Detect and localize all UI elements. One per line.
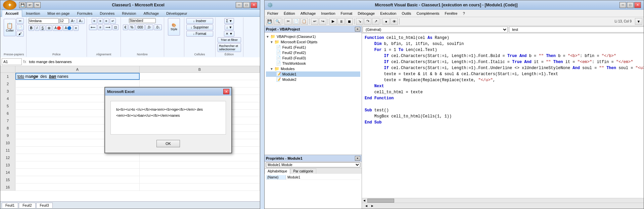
cell-reference-box[interactable]	[2, 58, 22, 65]
increase-decimal-btn[interactable]: .0↑	[145, 24, 153, 30]
menu-format[interactable]: Format	[339, 11, 354, 16]
sheet-tab-feuil1[interactable]: Feuil1	[2, 203, 18, 208]
cell-b1[interactable]	[140, 73, 260, 80]
vba-minimize-btn[interactable]: ─	[619, 2, 626, 8]
cell-a16[interactable]	[15, 184, 140, 191]
menu-debogage[interactable]: Débogage	[356, 11, 376, 16]
cell-b12[interactable]	[140, 154, 260, 161]
fill-color-btn[interactable]: A🔴	[53, 25, 62, 31]
align-top-right-btn[interactable]: ≡	[104, 18, 109, 24]
cell-b16[interactable]	[140, 184, 260, 191]
reproduire-btn[interactable]: 🖌	[16, 31, 24, 37]
tree-item-module1[interactable]: 📝 Module1	[266, 71, 360, 77]
tab-revision[interactable]: Révision	[118, 10, 140, 17]
code-area[interactable]: Function cell_to_html(cel As Range) Dim …	[362, 34, 644, 198]
menu-edition[interactable]: Édition	[282, 11, 296, 16]
tree-item-modules[interactable]: ▼ 📁 Modules	[266, 66, 360, 71]
dialog-close-btn[interactable]: ✕	[223, 89, 229, 94]
remplir-btn[interactable]: ↓ ▼	[225, 24, 234, 30]
status-arrow-left[interactable]: ◄	[365, 204, 368, 208]
tree-item-feuil3[interactable]: 📄 Feuil3 (Feuil3)	[266, 55, 360, 61]
props-close-btn[interactable]: ✕	[355, 156, 360, 161]
tb-step-over[interactable]: ↷	[364, 18, 371, 25]
menu-fichier[interactable]: Fichier	[266, 11, 280, 16]
copier-btn[interactable]: 📄	[16, 24, 24, 30]
tab-mise-en-page[interactable]: Mise en page	[44, 10, 73, 17]
tb-paste[interactable]: 📋	[301, 18, 308, 25]
cell-a1[interactable]: toto mange des ban nanes	[15, 73, 140, 80]
props-tab-cat[interactable]: Par catégorie	[290, 168, 316, 174]
align-top-center-btn[interactable]: ≡	[98, 18, 103, 24]
vba-restore-btn[interactable]: □	[627, 2, 634, 8]
tree-item-excel-objects[interactable]: ▼ 📁 Microsoft Excel Objets	[266, 39, 360, 45]
props-module-combo[interactable]: Module1 Module	[266, 162, 360, 167]
tb-redo[interactable]: ↪	[319, 18, 326, 25]
tree-item-feuil2[interactable]: 📄 Feuil2 (Feuil2)	[266, 50, 360, 55]
menu-outils[interactable]: Outils	[400, 11, 412, 16]
align-center-btn[interactable]: ≡	[98, 24, 103, 30]
tab-developpeur[interactable]: Développeur	[163, 10, 191, 17]
wrap-text-btn[interactable]: ↵	[110, 18, 116, 24]
quick-save-btn[interactable]: 💾	[19, 2, 26, 8]
align-right-btn[interactable]: ⟶	[104, 24, 112, 30]
maximize-btn[interactable]: □	[243, 2, 250, 8]
tb-cut[interactable]: ✂	[284, 18, 292, 25]
number-format-input[interactable]	[129, 18, 156, 23]
style-btn[interactable]: 🎨 Style	[168, 18, 180, 36]
italic-btn[interactable]: I	[35, 25, 39, 31]
tb-extra[interactable]: ▼	[635, 18, 642, 25]
more-btn[interactable]: ≡	[74, 25, 79, 31]
menu-complements[interactable]: Compléments	[415, 11, 441, 16]
tab-affichage[interactable]: Affichage	[140, 10, 163, 17]
thousands-btn[interactable]: 000	[136, 24, 145, 30]
align-top-left-btn[interactable]: ≡	[92, 18, 97, 24]
formula-input[interactable]	[28, 60, 259, 64]
currency-btn[interactable]: €	[123, 24, 128, 30]
cell-a13[interactable]	[15, 161, 140, 168]
tree-item-module2[interactable]: 📝 Module2	[266, 77, 360, 82]
tb-undo[interactable]: ↩	[311, 18, 318, 25]
sheet-tab-feuil3[interactable]: Feuil3	[36, 203, 53, 208]
somme-btn[interactable]: Σ ▼	[224, 18, 234, 24]
decrease-size-btn[interactable]: A↓	[77, 18, 85, 24]
menu-execution[interactable]: Exécution	[379, 11, 398, 16]
decrease-decimal-btn[interactable]: .0↓	[154, 24, 162, 30]
font-size-input[interactable]	[59, 18, 69, 24]
merge-btn[interactable]: ⊡	[112, 24, 119, 30]
tb-breakpoint[interactable]: ●	[382, 18, 390, 25]
cell-a14[interactable]	[15, 169, 140, 176]
close-btn[interactable]: ✕	[250, 2, 257, 8]
code-hscrollbar[interactable]: ◄ ►	[362, 198, 644, 203]
cell-a2[interactable]	[15, 80, 140, 87]
cell-a12[interactable]	[15, 154, 140, 161]
tab-insertion[interactable]: Insertion	[22, 10, 44, 17]
tab-donnees[interactable]: Données	[96, 10, 118, 17]
props-tab-alpha[interactable]: Alphabétique	[265, 168, 290, 174]
code-combo-general[interactable]: (Général)	[363, 27, 508, 33]
col-header-b[interactable]: B	[140, 66, 260, 72]
tb-stop[interactable]: ⏹	[346, 18, 353, 25]
tb-run[interactable]: ▶	[329, 18, 337, 25]
props-name-val[interactable]: Module1	[286, 175, 360, 179]
tree-item-thisworkbook[interactable]: 📄 ThisWorkbook	[266, 61, 360, 66]
rechercher-btn[interactable]: Rechercher et sélectionner	[218, 43, 241, 52]
undo-btn[interactable]: ↩	[27, 2, 33, 8]
menu-fenetre[interactable]: Fenêtre	[443, 11, 459, 16]
dialog-ok-btn[interactable]: OK	[156, 140, 180, 147]
project-close-btn[interactable]: ✕	[355, 27, 360, 32]
tab-accueil[interactable]: Accueil	[2, 10, 22, 17]
menu-insertion[interactable]: Insertion	[320, 11, 336, 16]
menu-help[interactable]: ?	[461, 11, 466, 16]
bold-btn[interactable]: B	[29, 25, 34, 31]
cell-b15[interactable]	[140, 176, 260, 183]
sheet-tab-feuil2[interactable]: Feuil2	[19, 203, 35, 208]
tb-watch[interactable]: 👁	[390, 18, 398, 25]
cell-a15[interactable]	[15, 176, 140, 183]
effacer-btn[interactable]: ✕ ▼	[224, 31, 234, 37]
status-arrow-right[interactable]: ►	[371, 204, 374, 208]
vba-close-btn[interactable]: ✕	[634, 2, 641, 8]
minimize-btn[interactable]: ─	[236, 2, 242, 8]
cell-b14[interactable]	[140, 169, 260, 176]
tb-copy[interactable]: 📄	[292, 18, 300, 25]
tab-formules[interactable]: Formules	[73, 10, 96, 17]
